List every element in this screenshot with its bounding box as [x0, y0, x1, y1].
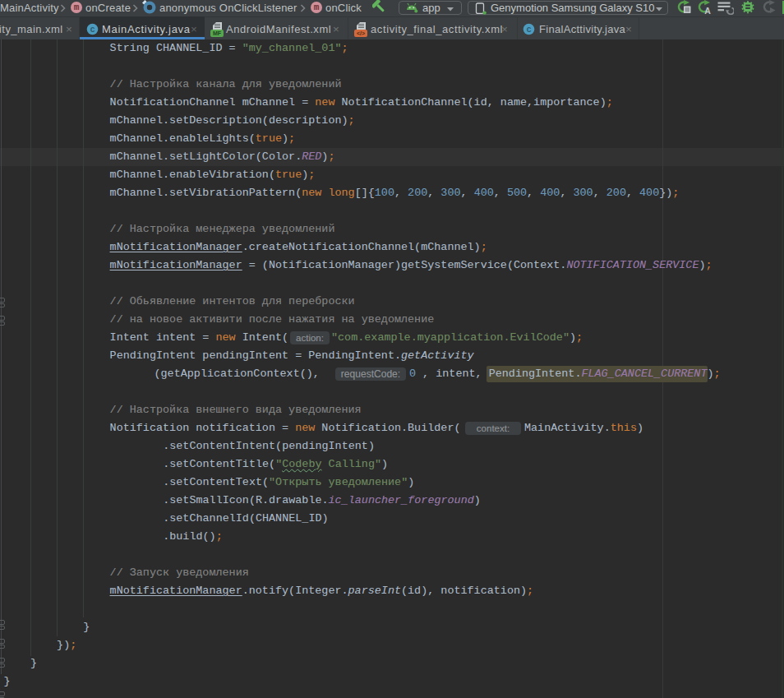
svg-text:A: A	[704, 6, 711, 16]
svg-text:C: C	[527, 25, 532, 35]
svg-text:C: C	[90, 25, 95, 35]
